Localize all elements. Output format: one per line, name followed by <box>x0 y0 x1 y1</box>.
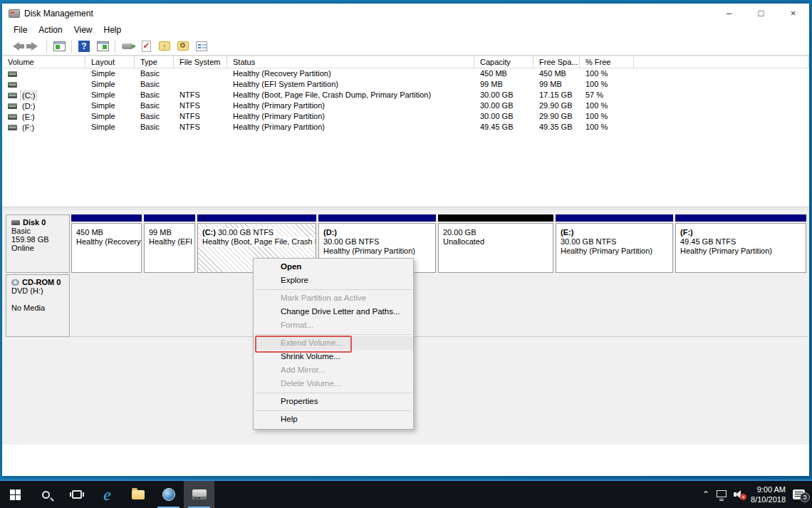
maximize-button[interactable]: □ <box>745 4 777 23</box>
desktop: Disk Management – □ × File Action View H… <box>0 0 812 508</box>
toolbar-separator <box>71 40 72 53</box>
volume-list: Volume Layout Type File System Status Ca… <box>2 56 809 207</box>
partition-f[interactable]: (F:)49.45 GB NTFSHealthy (Primary Partit… <box>675 214 806 273</box>
clock-time: 9:00 AM <box>751 484 786 494</box>
forward-icon[interactable] <box>26 39 43 53</box>
menu-bar: File Action View Help <box>2 23 809 37</box>
start-button[interactable] <box>0 481 31 508</box>
table-row[interactable]: (F:) SimpleBasicNTFS Healthy (Primary Pa… <box>2 122 809 133</box>
cdrom-media-area <box>71 274 808 337</box>
primary-partition-stripe <box>318 214 436 222</box>
menu-item-properties[interactable]: Properties <box>254 395 413 408</box>
menu-separator <box>255 393 412 393</box>
task-list-icon[interactable] <box>193 39 210 53</box>
menu-item-mark-partition-active: Mark Partition as Active <box>254 291 413 305</box>
volume-icon <box>8 71 17 77</box>
volume-muted-icon[interactable]: × <box>734 490 744 499</box>
column-type[interactable]: Type <box>135 56 174 68</box>
menu-item-format: Format... <box>254 318 413 332</box>
column-file-system[interactable]: File System <box>174 56 227 68</box>
column-capacity[interactable]: Capacity <box>474 56 533 68</box>
volume-icon <box>8 93 17 98</box>
start-icon <box>10 489 21 500</box>
check-document-icon[interactable] <box>137 39 155 53</box>
tray-chevron-icon[interactable]: ⌃ <box>702 489 709 499</box>
clock-date: 8/10/2018 <box>751 494 786 504</box>
help-icon[interactable]: ? <box>76 39 93 53</box>
internet-explorer-icon: e <box>103 486 111 503</box>
taskbar-clock[interactable]: 9:00 AM 8/10/2018 <box>751 484 786 504</box>
menu-item-shrink-volume[interactable]: Shrink Volume... <box>254 350 413 363</box>
task-view-icon <box>72 490 82 499</box>
partition-unallocated[interactable]: 20.00 GBUnallocated <box>438 214 553 273</box>
menu-file[interactable]: File <box>8 24 33 36</box>
partition-tool-button[interactable] <box>153 481 184 508</box>
primary-partition-stripe <box>144 214 195 222</box>
menu-item-add-mirror: Add Mirror... <box>254 363 413 377</box>
menu-item-extend-volume: Extend Volume... <box>254 336 413 350</box>
disk-management-taskbar-button[interactable] <box>184 481 214 508</box>
menu-help[interactable]: Help <box>98 24 127 36</box>
action-center-icon[interactable]: 3 <box>793 489 805 499</box>
app-icon <box>9 9 20 18</box>
column-status[interactable]: Status <box>227 56 474 68</box>
folder-search-icon[interactable] <box>175 39 192 53</box>
console-window-icon[interactable] <box>51 39 68 53</box>
menu-item-change-drive-letter[interactable]: Change Drive Letter and Paths... <box>254 305 413 318</box>
partition-efi[interactable]: 99 MBHealthy (EFI S <box>144 214 195 273</box>
column-layout[interactable]: Layout <box>85 56 135 68</box>
menu-item-open[interactable]: Open <box>254 260 413 274</box>
network-icon[interactable] <box>717 490 727 497</box>
menu-separator <box>255 334 412 335</box>
menu-item-explore[interactable]: Explore <box>254 274 413 287</box>
unallocated-stripe <box>438 214 553 222</box>
back-icon[interactable] <box>7 39 24 53</box>
disk-management-icon <box>192 489 207 499</box>
primary-partition-stripe <box>556 214 673 222</box>
partition-tool-icon <box>162 488 175 501</box>
partition-recovery[interactable]: 450 MBHealthy (Recovery <box>71 214 142 273</box>
column-pct-free[interactable]: % Free <box>580 56 634 68</box>
column-empty <box>634 56 809 68</box>
disk0-label-panel[interactable]: Disk 0 Basic 159.98 GB Online <box>6 214 70 273</box>
table-row-c-drive[interactable]: (C:) SimpleBasicNTFS Healthy (Boot, Page… <box>2 90 809 100</box>
context-menu: Open Explore Mark Partition as Active Ch… <box>253 258 414 430</box>
volume-table-header: Volume Layout Type File System Status Ca… <box>2 56 809 68</box>
taskbar: e ⌃ × 9:00 AM 8/10/2018 3 <box>0 480 812 508</box>
column-volume[interactable]: Volume <box>2 56 85 68</box>
notification-count-badge: 3 <box>800 492 810 502</box>
cdrom0-label-panel[interactable]: CD-ROM 0 DVD (H:) No Media <box>6 274 70 337</box>
menu-separator <box>255 410 412 411</box>
window-title: Disk Management <box>24 9 93 19</box>
menu-item-help[interactable]: Help <box>254 413 413 426</box>
table-row[interactable]: (D:) SimpleBasicNTFS Healthy (Primary Pa… <box>2 100 809 111</box>
disk-icon <box>11 220 20 225</box>
mute-badge: × <box>740 494 746 500</box>
folder-up-icon[interactable]: ↑ <box>156 39 173 53</box>
table-row[interactable]: SimpleBasic Healthy (Recovery Partition)… <box>2 68 809 79</box>
column-free-space[interactable]: Free Spa... <box>533 56 580 68</box>
task-view-button[interactable] <box>61 481 92 508</box>
file-explorer-icon <box>132 490 145 499</box>
menu-action[interactable]: Action <box>33 24 68 36</box>
minimize-button[interactable]: – <box>713 4 745 23</box>
primary-partition-stripe <box>675 214 806 222</box>
search-button[interactable] <box>31 481 61 508</box>
search-icon <box>42 491 50 499</box>
toolbar-separator <box>115 40 115 53</box>
volume-icon <box>8 114 17 120</box>
internet-explorer-button[interactable]: e <box>92 481 123 508</box>
pointer-tool-icon[interactable] <box>119 39 136 53</box>
table-row[interactable]: SimpleBasic Healthy (EFI System Partitio… <box>2 79 809 90</box>
menu-separator <box>255 289 412 290</box>
close-button[interactable]: × <box>777 4 809 23</box>
table-row[interactable]: (E:) SimpleBasicNTFS Healthy (Primary Pa… <box>2 111 809 122</box>
volume-icon <box>8 125 17 130</box>
file-explorer-button[interactable] <box>123 481 153 508</box>
menu-item-delete-volume: Delete Volume... <box>254 377 413 390</box>
partition-e[interactable]: (E:)30.00 GB NTFSHealthy (Primary Partit… <box>556 214 673 273</box>
system-tray: ⌃ × 9:00 AM 8/10/2018 3 <box>702 481 812 508</box>
menu-view[interactable]: View <box>68 24 98 36</box>
title-bar[interactable]: Disk Management – □ × <box>2 4 809 23</box>
new-window-icon[interactable] <box>94 39 111 53</box>
